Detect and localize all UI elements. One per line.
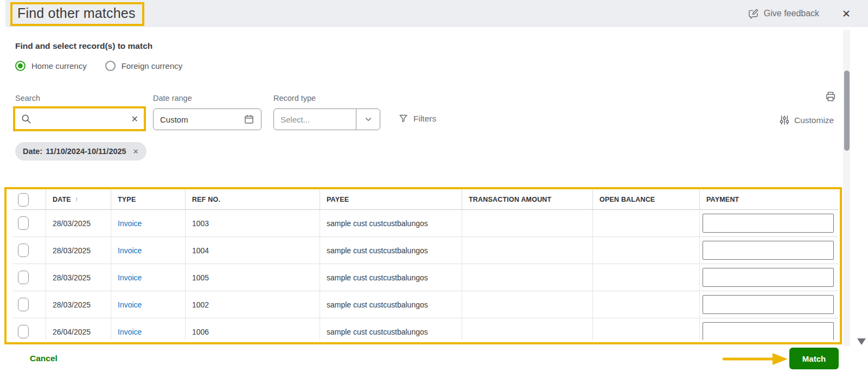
row-checkbox-cell	[13, 318, 46, 340]
payment-input[interactable]	[703, 214, 834, 233]
date-range-select[interactable]: Custom	[153, 108, 261, 130]
table-row: 28/03/2025 Invoice 1004 sample cust cust…	[13, 237, 838, 264]
cell-payee: sample cust custcustbalungos	[320, 237, 462, 264]
cell-ref-no: 1004	[186, 237, 320, 264]
select-all-cell	[13, 190, 46, 209]
row-checkbox-cell	[13, 291, 46, 318]
find-other-matches-dialog: Find other matches Give feedback ✕ Find …	[0, 0, 868, 378]
filters-label: Filters	[413, 114, 436, 124]
search-clear-icon[interactable]: ✕	[131, 114, 138, 124]
column-header-payment[interactable]: PAYMENT	[700, 190, 838, 209]
chip-close-icon[interactable]: ✕	[133, 148, 139, 156]
cell-open-balance	[593, 264, 700, 291]
cell-transaction-amount	[462, 237, 593, 264]
payment-input[interactable]	[703, 268, 834, 287]
search-input[interactable]	[36, 114, 131, 124]
column-header-ref-no[interactable]: REF NO.	[186, 190, 320, 209]
payment-input[interactable]	[703, 241, 834, 260]
cell-ref-no: 1005	[186, 264, 320, 291]
title-highlight-box: Find other matches	[10, 2, 144, 26]
cell-payee: sample cust custcustbalungos	[320, 291, 462, 318]
row-checkbox-cell	[13, 210, 46, 236]
column-header-date[interactable]: DATE ↑	[46, 190, 111, 209]
cell-type: Invoice	[111, 210, 186, 236]
print-icon[interactable]	[825, 91, 837, 102]
date-filter-chip: Date: 11/10/2024-10/11/2025 ✕	[15, 142, 146, 161]
row-checkbox[interactable]	[18, 216, 29, 230]
invoice-link[interactable]: Invoice	[118, 300, 142, 309]
search-highlight-box: ✕	[13, 106, 146, 131]
cell-open-balance	[593, 237, 700, 264]
cell-payment	[700, 318, 838, 340]
radio-home-currency[interactable]: Home currency	[15, 61, 87, 71]
match-button[interactable]: Match	[789, 348, 839, 369]
row-checkbox[interactable]	[18, 271, 29, 284]
feedback-pencil-bubble-icon	[748, 8, 759, 20]
page-title: Find other matches	[17, 5, 136, 21]
cell-ref-no: 1002	[186, 291, 320, 318]
cell-open-balance	[593, 318, 700, 340]
cell-payee: sample cust custcustbalungos	[320, 318, 462, 340]
matches-table: DATE ↑ TYPE REF NO. PAYEE TRANSACTION AM…	[13, 190, 838, 340]
column-header-type[interactable]: TYPE	[111, 190, 186, 209]
date-range-value: Custom	[160, 115, 244, 124]
cell-date: 26/04/2025	[46, 318, 111, 340]
annotation-arrow-icon	[723, 351, 789, 367]
row-checkbox[interactable]	[18, 244, 29, 257]
record-type-dropdown-toggle[interactable]	[356, 109, 380, 130]
table-row: 28/03/2025 Invoice 1003 sample cust cust…	[13, 210, 838, 237]
close-icon[interactable]: ✕	[842, 9, 851, 19]
chevron-down-icon	[363, 114, 373, 124]
radio-foreign-currency-label: Foreign currency	[122, 61, 183, 71]
invoice-link[interactable]: Invoice	[118, 246, 142, 255]
cell-payment	[700, 264, 838, 291]
column-header-transaction-amount[interactable]: TRANSACTION AMOUNT	[462, 190, 593, 209]
date-range-label: Date range	[153, 94, 192, 102]
give-feedback-button[interactable]: Give feedback	[748, 8, 819, 20]
invoice-link[interactable]: Invoice	[118, 328, 142, 336]
sliders-icon	[780, 115, 789, 125]
cell-open-balance	[593, 291, 700, 318]
radio-selected-icon[interactable]	[15, 61, 25, 71]
filters-button[interactable]: Filters	[398, 113, 436, 124]
cell-date: 28/03/2025	[46, 237, 111, 264]
section-heading: Find and select record(s) to match	[15, 41, 152, 51]
currency-radio-group: Home currency Foreign currency	[15, 61, 182, 71]
table-header-row: DATE ↑ TYPE REF NO. PAYEE TRANSACTION AM…	[13, 190, 838, 210]
cell-payee: sample cust custcustbalungos	[320, 264, 462, 291]
sort-ascending-icon: ↑	[75, 196, 78, 203]
cell-ref-no: 1003	[186, 210, 320, 236]
row-checkbox[interactable]	[18, 298, 29, 311]
calendar-icon[interactable]	[244, 114, 254, 125]
radio-unselected-icon[interactable]	[105, 61, 116, 71]
customize-button[interactable]: Customize	[780, 115, 834, 125]
customize-label: Customize	[794, 116, 834, 125]
table-row: 28/03/2025 Invoice 1005 sample cust cust…	[13, 264, 838, 291]
table-row: 28/03/2025 Invoice 1002 sample cust cust…	[13, 291, 838, 318]
cell-type: Invoice	[111, 291, 186, 318]
column-header-open-balance[interactable]: OPEN BALANCE	[593, 190, 700, 209]
invoice-link[interactable]: Invoice	[118, 219, 142, 228]
give-feedback-label: Give feedback	[764, 9, 819, 18]
radio-foreign-currency[interactable]: Foreign currency	[105, 61, 183, 71]
row-checkbox[interactable]	[18, 325, 29, 338]
cell-transaction-amount	[462, 318, 593, 340]
invoice-link[interactable]: Invoice	[118, 273, 142, 282]
payment-input[interactable]	[703, 322, 834, 340]
search-icon	[21, 113, 32, 125]
select-all-checkbox[interactable]	[18, 193, 29, 207]
cell-date: 28/03/2025	[46, 291, 111, 318]
cell-type: Invoice	[111, 264, 186, 291]
cancel-button[interactable]: Cancel	[30, 354, 58, 363]
column-header-date-label: DATE	[53, 196, 71, 203]
cell-transaction-amount	[462, 210, 593, 236]
table-body: 28/03/2025 Invoice 1003 sample cust cust…	[13, 210, 838, 340]
scrollbar-thumb[interactable]	[844, 71, 850, 151]
row-checkbox-cell	[13, 264, 46, 291]
scrollbar-down-arrow-icon[interactable]	[857, 338, 866, 345]
column-header-payee[interactable]: PAYEE	[320, 190, 462, 209]
payment-input[interactable]	[703, 295, 834, 314]
dialog-header: Find other matches Give feedback ✕	[5, 0, 868, 27]
cell-payment	[700, 237, 838, 264]
record-type-select[interactable]: Select...	[273, 108, 380, 130]
